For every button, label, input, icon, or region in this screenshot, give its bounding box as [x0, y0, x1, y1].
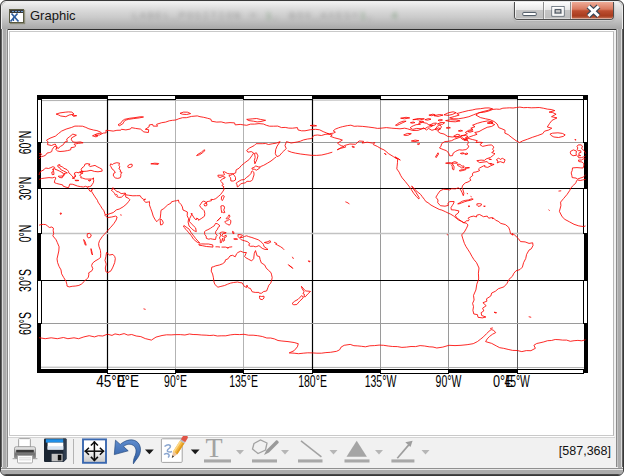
- svg-text:T: T: [206, 436, 223, 463]
- svg-text:180°E: 180°E: [298, 373, 327, 390]
- svg-text:60°S: 60°S: [17, 312, 34, 335]
- svg-text:135°E: 135°E: [229, 373, 258, 390]
- svg-text:0°E: 0°E: [117, 373, 139, 390]
- svg-text:0°N: 0°N: [17, 225, 34, 243]
- svg-text:135°W: 135°W: [365, 373, 397, 390]
- svg-text:30°N: 30°N: [17, 177, 34, 200]
- svg-text:90°W: 90°W: [436, 373, 462, 390]
- svg-text:0°E: 0°E: [493, 373, 514, 390]
- svg-text:60°N: 60°N: [17, 131, 34, 154]
- svg-text:90°E: 90°E: [164, 373, 187, 390]
- svg-text:30°S: 30°S: [17, 269, 34, 292]
